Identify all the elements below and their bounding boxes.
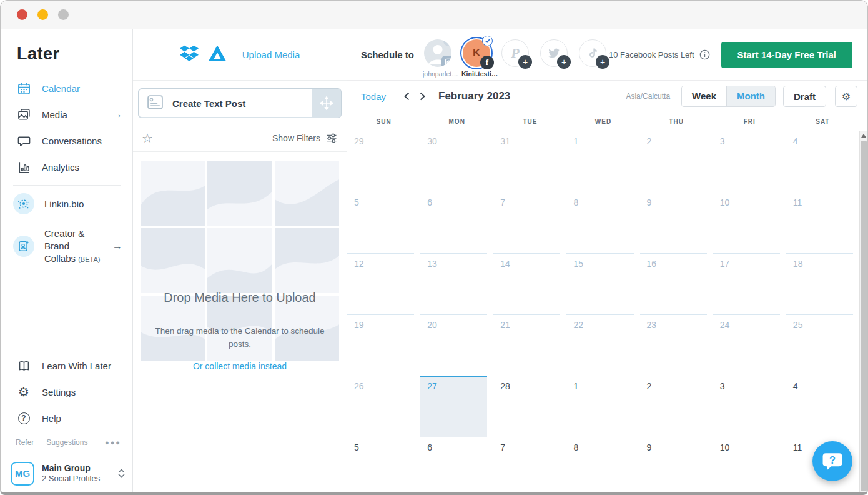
date-cell[interactable]: 7 [493,437,560,492]
date-cell[interactable]: 4 [786,131,853,192]
media-placeholder-tile [207,296,272,361]
date-cell[interactable]: 7 [493,192,560,253]
show-filters-button[interactable]: Show Filters [272,132,338,144]
date-cell[interactable]: 15 [566,253,633,314]
profile-avatar-twitter-add[interactable]: + [539,39,569,67]
add-profile-icon[interactable]: + [518,55,532,69]
date-cell[interactable]: 2 [640,131,707,192]
upload-media-link[interactable]: Upload Media [242,49,300,60]
date-cell[interactable]: 17 [713,253,780,314]
date-cell[interactable]: 30 [420,131,487,192]
profile-avatar-tiktok-add[interactable]: + [578,39,608,67]
date-cell[interactable]: 5 [347,437,414,492]
date-number: 8 [573,198,578,208]
scrollbar-thumb[interactable] [861,141,867,491]
social-set-switcher[interactable]: MG Main Group 2 Social Profiles [1,454,132,492]
avatar-label: Kinit.testi… [461,70,491,78]
date-cell[interactable]: 5 [347,192,414,253]
sidebar-item-linkinbio[interactable]: Linkin.bio [1,191,132,217]
help-fab-button[interactable]: ? [812,441,852,481]
prev-month-button[interactable] [400,89,415,104]
media-panel: Upload Media Create Text Post [133,29,347,492]
calendar-settings-button[interactable]: ⚙ [835,86,857,107]
calendar-scrollbar[interactable] [859,131,867,492]
add-profile-icon[interactable]: + [557,55,571,69]
date-cell[interactable]: 19 [347,314,414,376]
later-logo[interactable]: Later [1,29,132,75]
sidebar-spacer [1,265,132,352]
date-cell[interactable]: 3 [713,376,780,437]
today-button[interactable]: Today [361,91,386,102]
start-trial-button[interactable]: Start 14-Day Free Trial [721,42,852,68]
sidebar-item-settings[interactable]: ⚙Settings [1,379,132,405]
date-cell[interactable]: 24 [713,314,780,376]
date-cell[interactable]: 28 [493,376,560,437]
sidebar-item-analytics[interactable]: Analytics [1,154,132,180]
date-cell[interactable]: 6 [420,192,487,253]
sidebar-item-label: Calendar [42,83,80,94]
date-cell[interactable]: 21 [493,314,560,376]
schedule-header: Schedule to johnparlet…KfKinit.testi…P++… [347,29,867,81]
date-cell[interactable]: 9 [640,192,707,253]
date-cell[interactable]: 27 [420,376,487,437]
date-cell[interactable]: 14 [493,253,560,314]
sidebar-item-help[interactable]: ?Help [1,405,132,431]
draft-button[interactable]: Draft [783,86,826,107]
close-window-icon[interactable] [17,9,27,20]
date-number: 9 [647,442,652,452]
next-month-button[interactable] [415,89,430,104]
profile-avatar-facebook-account[interactable]: KfKinit.testi… [461,39,491,78]
media-drop-zone[interactable]: Drop Media Here to Upload Then drag medi… [133,152,347,492]
date-number: 1 [573,136,578,146]
date-cell[interactable]: 13 [420,253,487,314]
date-cell[interactable]: 11 [786,192,853,253]
date-cell[interactable]: 31 [493,131,560,192]
date-cell[interactable]: 1 [566,131,633,192]
google-drive-icon[interactable] [209,46,226,64]
date-cell[interactable]: 3 [713,131,780,192]
sidebar-item-media[interactable]: Media→ [1,101,132,128]
sidebar-item-learn[interactable]: Learn With Later [1,352,132,379]
date-cell[interactable]: 8 [566,437,633,492]
date-cell[interactable]: 9 [640,437,707,492]
sidebar-item-label: Creator & BrandCollabs (BETA) [44,228,102,266]
refer-link[interactable]: Refer [16,438,34,447]
date-number: 14 [500,259,510,269]
sidebar-item-calendar[interactable]: Calendar [1,75,132,101]
info-icon[interactable] [699,49,710,60]
create-text-post-button[interactable]: Create Text Post [138,88,342,118]
scrollbar-up-icon[interactable] [860,131,867,141]
minimize-window-icon[interactable] [37,9,48,20]
date-cell[interactable]: 16 [640,253,707,314]
date-cell[interactable]: 1 [566,376,633,437]
date-cell[interactable]: 22 [566,314,633,376]
favorites-star-icon[interactable]: ☆ [142,131,153,146]
date-cell[interactable]: 12 [347,253,414,314]
date-cell[interactable]: 25 [786,314,853,376]
date-cell[interactable]: 10 [713,437,780,492]
date-number: 3 [720,136,725,146]
dropbox-icon[interactable] [180,45,199,64]
date-cell[interactable]: 26 [347,376,414,437]
sidebar-item-collabs[interactable]: Creator & BrandCollabs (BETA)→ [1,228,132,265]
week-view-button[interactable]: Week [682,86,726,106]
date-cell[interactable]: 18 [786,253,853,314]
date-cell[interactable]: 10 [713,192,780,253]
drag-handle[interactable] [312,89,341,118]
date-cell[interactable]: 6 [420,437,487,492]
date-cell[interactable]: 4 [786,376,853,437]
zoom-window-icon[interactable] [58,9,69,20]
date-cell[interactable]: 29 [347,131,414,192]
more-options-icon[interactable]: ●●● [105,439,121,446]
date-cell[interactable]: 8 [566,192,633,253]
date-cell[interactable]: 2 [640,376,707,437]
month-view-button[interactable]: Month [726,86,775,106]
suggestions-link[interactable]: Suggestions [46,438,87,447]
profile-avatar-instagram-placeholder[interactable]: johnparlet… [423,39,453,78]
profile-avatar-pinterest-add[interactable]: P+ [500,39,530,67]
add-profile-icon[interactable]: + [596,55,609,69]
sidebar-item-conversations[interactable]: Conversations [1,128,132,154]
date-cell[interactable]: 20 [420,314,487,376]
date-cell[interactable]: 23 [640,314,707,376]
collect-media-link[interactable]: Or collect media instead [193,361,287,371]
